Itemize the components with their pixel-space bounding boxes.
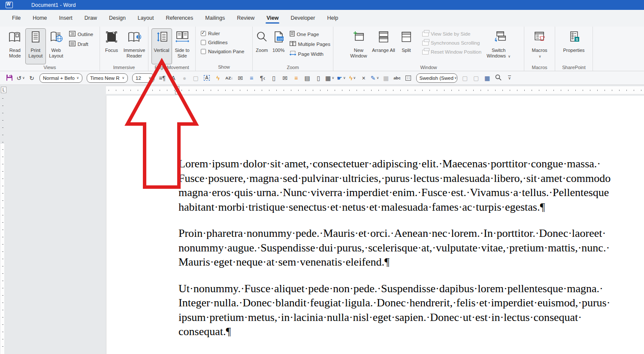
ribbon-group-page-movement: Vertical Side to Side Page Movement xyxy=(148,27,196,71)
insert-table-icon[interactable]: ▦∨ xyxy=(324,73,335,83)
style-lightning-icon[interactable]: ϟ xyxy=(213,73,223,83)
arrange-all-button[interactable]: Arrange All xyxy=(371,28,396,64)
word-app-icon xyxy=(6,2,13,8)
spelling-abc-icon[interactable]: abc xyxy=(392,73,402,83)
gridlines-checkbox[interactable]: Gridlines xyxy=(201,40,244,45)
table-autoformat-icon: ▦ xyxy=(381,73,391,83)
focus-label: Focus xyxy=(105,48,118,53)
envelope-attach-icon[interactable]: ✉ xyxy=(280,73,290,83)
one-page-button[interactable]: One Page xyxy=(290,31,330,37)
bullet-list-icon[interactable]: ≡ xyxy=(246,73,257,83)
document-page[interactable]: Lorem·ipsum·dolor·sit·amet,·consectetuer… xyxy=(106,96,644,354)
style-combobox[interactable]: Normal + Befo∨ xyxy=(39,73,82,83)
font-combobox[interactable]: Times New R∨ xyxy=(87,73,128,83)
views-group-label: Views xyxy=(1,64,99,71)
side-to-side-icon xyxy=(175,31,190,45)
read-mode-label: Read Mode xyxy=(5,48,25,59)
tab-selector[interactable]: L xyxy=(1,87,6,93)
checkbox-unchecked-icon xyxy=(201,40,206,45)
field-lightning-icon[interactable]: ϟ∨ xyxy=(348,73,358,83)
navigation-pane-checkbox[interactable]: Navigation Pane xyxy=(201,49,244,54)
hyperlink-hand-icon[interactable]: ☛∨ xyxy=(336,73,346,83)
window-title: Document1 - Word xyxy=(31,2,76,8)
paragraph[interactable]: Lorem·ipsum·dolor·sit·amet,·consectetuer… xyxy=(178,157,644,214)
tab-file[interactable]: File xyxy=(6,12,27,24)
delete-icon[interactable]: × xyxy=(359,73,369,83)
table-borders-icon[interactable]: ▦ xyxy=(482,73,493,83)
reset-window-position-button: Reset Window Position xyxy=(422,49,481,54)
save-icon[interactable] xyxy=(4,73,15,83)
language-combobox[interactable]: Swedish (Swed∨ xyxy=(416,73,457,83)
new-document-icon[interactable]: ▯ xyxy=(269,73,279,83)
tab-layout[interactable]: Layout xyxy=(132,12,160,24)
quick-toolbar: ↺∨↻ Normal + Befo∨ Times New R∨ 12∨ ≡¶A●… xyxy=(0,71,644,85)
tab-review[interactable]: Review xyxy=(231,12,260,24)
left-indent-marker[interactable] xyxy=(175,91,179,94)
tab-references[interactable]: References xyxy=(160,12,199,24)
tab-insert[interactable]: Insert xyxy=(53,12,79,24)
search-icon[interactable] xyxy=(493,73,504,83)
page-width-label: Page Width xyxy=(298,51,324,57)
dots-box-icon[interactable]: ∷ xyxy=(403,73,414,83)
paragraph[interactable]: Etiam·eget·dui.·Aliquam·erat·volutpat.·S… xyxy=(178,351,644,354)
document-check-icon: ▢ xyxy=(460,73,470,83)
vertical-ruler-band xyxy=(0,144,4,354)
properties-button[interactable]: S Properties xyxy=(562,28,587,64)
tab-home[interactable]: Home xyxy=(27,12,53,24)
zoom-100-button[interactable]: 100 100% xyxy=(270,28,287,64)
paragraph-direction-icon[interactable]: ¶‹ xyxy=(257,73,268,83)
text-frame-icon[interactable]: A xyxy=(202,73,212,83)
font-size-combobox[interactable]: 12∨ xyxy=(132,73,154,83)
zoom-100-label: 100% xyxy=(272,48,284,53)
print-preview-icon[interactable]: ▤ xyxy=(302,73,312,83)
multiple-pages-label: Multiple Pages xyxy=(298,42,330,47)
multiple-pages-button[interactable]: Multiple Pages xyxy=(290,41,330,47)
print-layout-button[interactable]: Print Layout xyxy=(25,28,46,64)
page-width-button[interactable]: Page Width xyxy=(290,51,330,57)
paragraph[interactable]: Proin·pharetra·nonummy·pede.·Mauris·et·o… xyxy=(178,226,644,269)
toolbar-overflow-icon[interactable]: ∨ xyxy=(505,73,515,83)
protect-check-icon: ▢ xyxy=(471,73,481,83)
undo-icon[interactable]: ↺∨ xyxy=(15,73,26,83)
focus-button[interactable]: Focus xyxy=(101,28,122,64)
first-line-indent-marker[interactable] xyxy=(175,86,179,90)
mail-merge-icon[interactable]: ✉ xyxy=(235,73,245,83)
vertical-icon xyxy=(154,31,169,45)
status-circle-icon[interactable]: ● xyxy=(179,73,190,83)
draft-button[interactable]: Draft xyxy=(69,41,93,47)
web-layout-button[interactable]: Web Layout xyxy=(46,28,67,64)
switch-windows-button[interactable]: Switch Windows ∨ xyxy=(486,28,511,64)
highlight-lines-icon[interactable]: ≡ xyxy=(291,73,301,83)
vertical-button[interactable]: Vertical xyxy=(151,28,172,64)
immersive-reader-icon xyxy=(127,31,142,45)
redo-icon[interactable]: ↻ xyxy=(27,73,37,83)
split-button[interactable]: Split xyxy=(396,28,417,64)
paragraph[interactable]: Ut·nonummy.·Fusce·aliquet·pede·non·pede.… xyxy=(178,281,644,339)
tab-design[interactable]: Design xyxy=(103,12,132,24)
new-window-button[interactable]: New Window xyxy=(346,28,371,64)
sort-az-icon[interactable]: AZ↓ xyxy=(224,73,234,83)
full-page-doc-icon[interactable]: ▯ xyxy=(313,73,324,83)
immersive-group-label: Immersive xyxy=(101,64,147,71)
outline-button[interactable]: Outline xyxy=(69,31,93,37)
show-group-label: Show xyxy=(197,64,251,71)
ruler-checkbox[interactable]: Ruler xyxy=(201,31,244,36)
one-page-label: One Page xyxy=(297,32,319,37)
side-to-side-button[interactable]: Side to Side xyxy=(172,28,193,64)
tab-view[interactable]: View xyxy=(260,12,284,24)
read-mode-icon xyxy=(8,31,22,45)
macros-button[interactable]: Macros∨ xyxy=(529,28,550,64)
tab-help[interactable]: Help xyxy=(321,12,344,24)
page-text[interactable]: Lorem·ipsum·dolor·sit·amet,·consectetuer… xyxy=(178,157,644,354)
tab-draw[interactable]: Draw xyxy=(79,12,103,24)
tab-mailings[interactable]: Mailings xyxy=(199,12,231,24)
macros-icon xyxy=(532,31,547,45)
paragraph-settings-icon[interactable]: ≡¶ xyxy=(157,73,167,83)
immersive-reader-button[interactable]: Immersive Reader xyxy=(122,28,147,64)
font-dialog-icon[interactable]: A xyxy=(168,73,178,83)
pen-color-icon[interactable]: ✎∨ xyxy=(370,73,380,83)
zoom-button[interactable]: Zoom xyxy=(254,28,270,64)
read-mode-button[interactable]: Read Mode xyxy=(5,28,25,64)
tab-developer[interactable]: Developer xyxy=(284,12,321,24)
titlebar: Document1 - Word xyxy=(0,0,644,10)
